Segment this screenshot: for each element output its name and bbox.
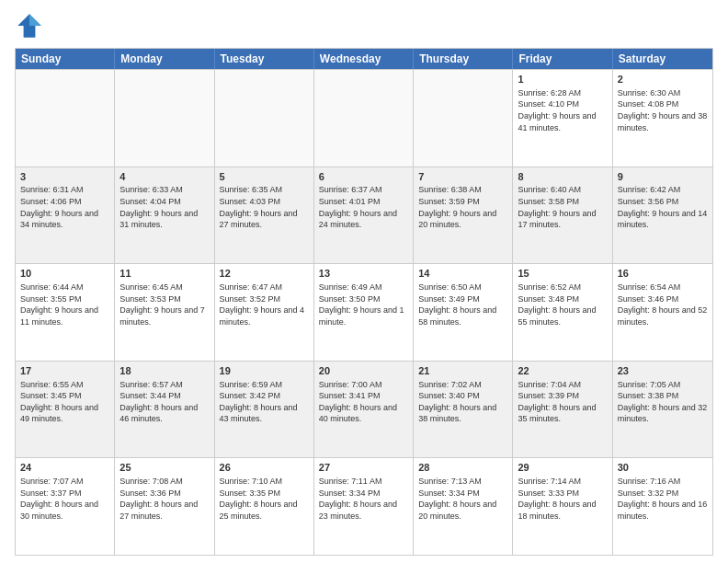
- cal-cell: 9Sunrise: 6:42 AM Sunset: 3:56 PM Daylig…: [613, 167, 712, 264]
- cal-cell: [115, 70, 214, 167]
- day-info: Sunrise: 7:10 AM Sunset: 3:35 PM Dayligh…: [220, 476, 309, 522]
- cal-cell: 14Sunrise: 6:50 AM Sunset: 3:49 PM Dayli…: [414, 264, 513, 361]
- cal-cell: 28Sunrise: 7:13 AM Sunset: 3:34 PM Dayli…: [414, 458, 513, 555]
- day-info: Sunrise: 6:28 AM Sunset: 4:10 PM Dayligh…: [518, 87, 607, 133]
- day-number: 23: [618, 364, 708, 378]
- day-info: Sunrise: 6:31 AM Sunset: 4:06 PM Dayligh…: [20, 184, 109, 230]
- day-info: Sunrise: 6:54 AM Sunset: 3:46 PM Dayligh…: [618, 282, 708, 327]
- cal-cell: 26Sunrise: 7:10 AM Sunset: 3:35 PM Dayli…: [215, 458, 314, 555]
- week-row-3: 17Sunrise: 6:55 AM Sunset: 3:45 PM Dayli…: [16, 361, 712, 458]
- header-day-thursday: Thursday: [414, 49, 513, 69]
- day-info: Sunrise: 7:04 AM Sunset: 3:39 PM Dayligh…: [518, 379, 607, 425]
- page: SundayMondayTuesdayWednesdayThursdayFrid…: [0, 0, 728, 563]
- cal-cell: 6Sunrise: 6:37 AM Sunset: 4:01 PM Daylig…: [314, 167, 414, 264]
- cal-cell: 21Sunrise: 7:02 AM Sunset: 3:40 PM Dayli…: [414, 362, 513, 458]
- week-row-4: 24Sunrise: 7:07 AM Sunset: 3:37 PM Dayli…: [16, 457, 712, 555]
- week-row-2: 10Sunrise: 6:44 AM Sunset: 3:55 PM Dayli…: [16, 263, 712, 361]
- day-info: Sunrise: 6:47 AM Sunset: 3:52 PM Dayligh…: [220, 282, 309, 327]
- day-number: 9: [618, 170, 708, 184]
- day-info: Sunrise: 6:33 AM Sunset: 4:04 PM Dayligh…: [119, 184, 209, 230]
- cal-cell: 16Sunrise: 6:54 AM Sunset: 3:46 PM Dayli…: [613, 264, 712, 361]
- day-number: 2: [618, 73, 708, 86]
- cal-cell: 19Sunrise: 6:59 AM Sunset: 3:42 PM Dayli…: [215, 362, 314, 458]
- calendar-header: SundayMondayTuesdayWednesdayThursdayFrid…: [16, 49, 712, 69]
- day-info: Sunrise: 6:55 AM Sunset: 3:45 PM Dayligh…: [20, 379, 109, 425]
- day-number: 30: [618, 461, 708, 475]
- day-info: Sunrise: 6:59 AM Sunset: 3:42 PM Dayligh…: [220, 379, 309, 425]
- cal-cell: 1Sunrise: 6:28 AM Sunset: 4:10 PM Daylig…: [513, 70, 612, 167]
- cal-cell: 22Sunrise: 7:04 AM Sunset: 3:39 PM Dayli…: [513, 362, 612, 458]
- day-info: Sunrise: 7:08 AM Sunset: 3:36 PM Dayligh…: [119, 476, 209, 522]
- cal-cell: 20Sunrise: 7:00 AM Sunset: 3:41 PM Dayli…: [314, 362, 414, 458]
- day-number: 6: [319, 170, 408, 184]
- day-info: Sunrise: 7:02 AM Sunset: 3:40 PM Dayligh…: [418, 379, 507, 425]
- cal-cell: 8Sunrise: 6:40 AM Sunset: 3:58 PM Daylig…: [513, 167, 612, 264]
- cal-cell: 11Sunrise: 6:45 AM Sunset: 3:53 PM Dayli…: [115, 264, 214, 361]
- cal-cell: [215, 70, 314, 167]
- day-info: Sunrise: 7:05 AM Sunset: 3:38 PM Dayligh…: [618, 379, 708, 425]
- day-info: Sunrise: 6:45 AM Sunset: 3:53 PM Dayligh…: [119, 282, 209, 327]
- day-number: 17: [20, 364, 109, 378]
- day-number: 27: [319, 461, 408, 475]
- header-day-saturday: Saturday: [613, 49, 712, 69]
- cal-cell: [414, 70, 513, 167]
- header: [15, 11, 713, 40]
- day-info: Sunrise: 6:57 AM Sunset: 3:44 PM Dayligh…: [119, 379, 209, 425]
- logo-icon: [15, 11, 44, 40]
- day-number: 18: [119, 364, 209, 378]
- day-info: Sunrise: 6:42 AM Sunset: 3:56 PM Dayligh…: [618, 184, 708, 230]
- header-day-monday: Monday: [115, 49, 214, 69]
- day-info: Sunrise: 7:14 AM Sunset: 3:33 PM Dayligh…: [518, 476, 607, 522]
- cal-cell: 13Sunrise: 6:49 AM Sunset: 3:50 PM Dayli…: [314, 264, 414, 361]
- cal-cell: [16, 70, 115, 167]
- day-number: 21: [418, 364, 507, 378]
- svg-marker-1: [29, 14, 41, 26]
- day-number: 8: [518, 170, 607, 184]
- day-number: 7: [418, 170, 507, 184]
- day-info: Sunrise: 7:07 AM Sunset: 3:37 PM Dayligh…: [20, 476, 109, 522]
- day-info: Sunrise: 6:50 AM Sunset: 3:49 PM Dayligh…: [418, 282, 507, 327]
- day-number: 15: [518, 267, 607, 281]
- day-number: 4: [119, 170, 209, 184]
- header-day-wednesday: Wednesday: [314, 49, 414, 69]
- day-number: 20: [319, 364, 408, 378]
- cal-cell: 29Sunrise: 7:14 AM Sunset: 3:33 PM Dayli…: [513, 458, 612, 555]
- cal-cell: 24Sunrise: 7:07 AM Sunset: 3:37 PM Dayli…: [16, 458, 115, 555]
- cal-cell: 2Sunrise: 6:30 AM Sunset: 4:08 PM Daylig…: [613, 70, 712, 167]
- cal-cell: 15Sunrise: 6:52 AM Sunset: 3:48 PM Dayli…: [513, 264, 612, 361]
- cal-cell: 4Sunrise: 6:33 AM Sunset: 4:04 PM Daylig…: [115, 167, 214, 264]
- week-row-0: 1Sunrise: 6:28 AM Sunset: 4:10 PM Daylig…: [16, 69, 712, 167]
- cal-cell: 18Sunrise: 6:57 AM Sunset: 3:44 PM Dayli…: [115, 362, 214, 458]
- day-info: Sunrise: 7:16 AM Sunset: 3:32 PM Dayligh…: [618, 476, 708, 522]
- day-info: Sunrise: 6:40 AM Sunset: 3:58 PM Dayligh…: [518, 184, 607, 230]
- logo: [15, 11, 48, 40]
- day-number: 10: [20, 267, 109, 281]
- cal-cell: 12Sunrise: 6:47 AM Sunset: 3:52 PM Dayli…: [215, 264, 314, 361]
- day-number: 28: [418, 461, 507, 475]
- cal-cell: [314, 70, 414, 167]
- day-info: Sunrise: 6:30 AM Sunset: 4:08 PM Dayligh…: [618, 87, 708, 133]
- day-number: 26: [220, 461, 309, 475]
- day-number: 19: [220, 364, 309, 378]
- day-number: 14: [418, 267, 507, 281]
- day-info: Sunrise: 7:00 AM Sunset: 3:41 PM Dayligh…: [319, 379, 408, 425]
- header-day-tuesday: Tuesday: [215, 49, 314, 69]
- day-number: 25: [119, 461, 209, 475]
- cal-cell: 27Sunrise: 7:11 AM Sunset: 3:34 PM Dayli…: [314, 458, 414, 555]
- day-info: Sunrise: 6:37 AM Sunset: 4:01 PM Dayligh…: [319, 184, 408, 230]
- header-day-sunday: Sunday: [16, 49, 115, 69]
- cal-cell: 17Sunrise: 6:55 AM Sunset: 3:45 PM Dayli…: [16, 362, 115, 458]
- day-info: Sunrise: 6:35 AM Sunset: 4:03 PM Dayligh…: [220, 184, 309, 230]
- calendar-body: 1Sunrise: 6:28 AM Sunset: 4:10 PM Daylig…: [16, 69, 712, 555]
- day-number: 13: [319, 267, 408, 281]
- day-number: 29: [518, 461, 607, 475]
- cal-cell: 5Sunrise: 6:35 AM Sunset: 4:03 PM Daylig…: [215, 167, 314, 264]
- calendar: SundayMondayTuesdayWednesdayThursdayFrid…: [15, 48, 713, 556]
- day-info: Sunrise: 6:52 AM Sunset: 3:48 PM Dayligh…: [518, 282, 607, 327]
- day-number: 5: [220, 170, 309, 184]
- day-info: Sunrise: 6:44 AM Sunset: 3:55 PM Dayligh…: [20, 282, 109, 327]
- day-info: Sunrise: 7:13 AM Sunset: 3:34 PM Dayligh…: [418, 476, 507, 522]
- header-day-friday: Friday: [513, 49, 612, 69]
- day-info: Sunrise: 6:38 AM Sunset: 3:59 PM Dayligh…: [418, 184, 507, 230]
- day-number: 22: [518, 364, 607, 378]
